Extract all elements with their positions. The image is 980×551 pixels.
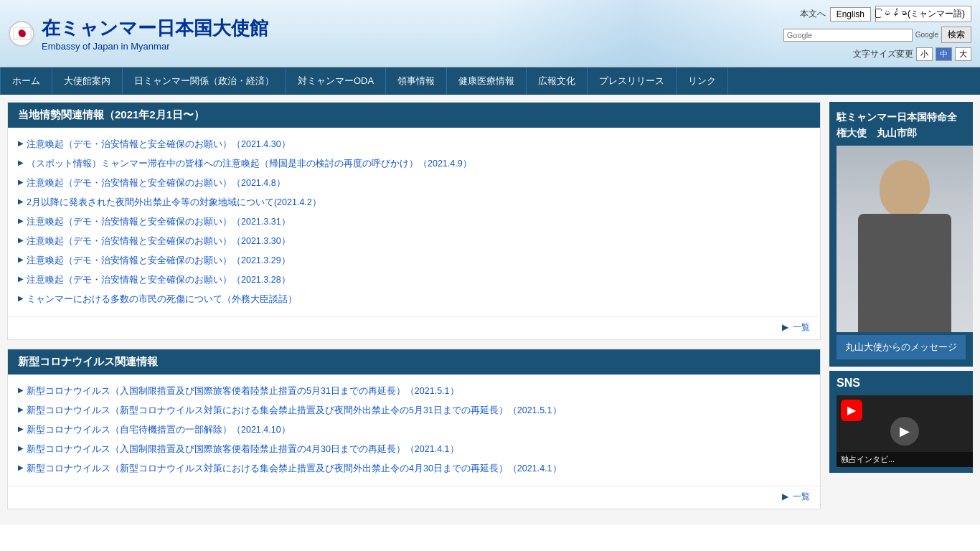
covid-title: 新型コロナウイルス関連情報 <box>18 355 158 367</box>
sns-video-label: 独占インタビ... <box>837 452 973 467</box>
sns-title: SNS <box>837 377 966 390</box>
local-link-6[interactable]: 注意喚起（デモ・治安情報と安全確保のお願い）（2021.3.29） <box>27 253 291 269</box>
main-navigation: ホーム大使館案内日ミャンマー関係（政治・経済）対ミャンマーODA領事情報健康医療… <box>0 67 980 95</box>
font-size-small-button[interactable]: 小 <box>916 47 933 61</box>
local-link-8[interactable]: ミャンマーにおける多数の市民の死傷について（外務大臣談話） <box>27 291 297 308</box>
local-ichiran-link[interactable]: ▶ 一覧 <box>782 322 810 332</box>
ambassador-message-link[interactable]: 丸山大使からのメッセージ <box>837 335 966 359</box>
ambassador-photo <box>837 146 973 332</box>
link-arrow-icon: ▶ <box>18 463 24 471</box>
content-left: 当地情勢関連情報（2021年2月1日〜） ▶注意喚起（デモ・治安情報と安全確保の… <box>7 102 821 518</box>
list-item: ▶ミャンマーにおける多数の市民の死傷について（外務大臣談話） <box>18 290 810 309</box>
ichiran-arrow-icon-2: ▶ <box>782 491 788 501</box>
japan-flag-icon: 🇯🇵 <box>9 21 34 47</box>
link-arrow-icon: ▶ <box>18 159 24 166</box>
list-item: ▶注意喚起（デモ・治安情報と安全確保のお願い）（2021.3.31） <box>18 212 810 232</box>
nav-item-1[interactable]: 大使館案内 <box>52 67 123 95</box>
font-size-label: 文字サイズ変更 <box>853 48 913 60</box>
font-size-large-button[interactable]: 大 <box>955 47 971 61</box>
list-item: ▶新型コロナウイルス（入国制限措置及び国際旅客便着陸禁止措置の4月30日までの再… <box>18 440 810 459</box>
link-arrow-icon: ▶ <box>18 386 24 394</box>
header: 🇯🇵 在ミャンマー日本国大使館 Embassy of Japan in Myan… <box>0 0 980 67</box>
myanmar-language-button[interactable]: မြန်မာ(ミャンマー語) <box>875 6 971 22</box>
local-link-2[interactable]: 注意喚起（デモ・治安情報と安全確保のお願い）（2021.4.8） <box>27 175 286 192</box>
search-bar: Google 検索 <box>783 27 971 43</box>
ambassador-box: 駐ミャンマー日本国特命全権大使 丸山市郎 丸山大使からのメッセージ <box>829 102 973 367</box>
list-item: ▶新型コロナウイルス（新型コロナウイルス対策における集会禁止措置及び夜間外出禁止… <box>18 401 810 420</box>
local-link-5[interactable]: 注意喚起（デモ・治安情報と安全確保のお願い）（2021.3.30） <box>27 233 291 250</box>
google-label: Google <box>915 31 938 39</box>
nav-item-4[interactable]: 領事情報 <box>386 67 447 95</box>
local-ichiran-line: ▶ 一覧 <box>8 316 820 339</box>
ambassador-photo-image <box>837 146 973 332</box>
main-content: 当地情勢関連情報（2021年2月1日〜） ▶注意喚起（デモ・治安情報と安全確保の… <box>0 95 980 525</box>
search-button[interactable]: 検索 <box>941 27 971 43</box>
covid-ichiran-link[interactable]: ▶ 一覧 <box>782 491 810 501</box>
local-situation-header: 当地情勢関連情報（2021年2月1日〜） <box>8 103 820 128</box>
nav-item-2[interactable]: 日ミャンマー関係（政治・経済） <box>123 67 286 95</box>
youtube-icon: ▶ <box>841 400 862 421</box>
sns-video-thumbnail[interactable]: ▶ ▶ 独占インタビ... <box>837 395 973 467</box>
list-item: ▶新型コロナウイルス（新型コロナウイルス対策における集会禁止措置及び夜間外出禁止… <box>18 459 810 479</box>
font-size-medium-button[interactable]: 中 <box>936 47 952 61</box>
local-situation-title: 当地情勢関連情報（2021年2月1日〜） <box>18 108 204 121</box>
content-right: 駐ミャンマー日本国特命全権大使 丸山市郎 丸山大使からのメッセージ SNS ▶ … <box>829 102 973 518</box>
link-arrow-icon: ▶ <box>18 139 24 147</box>
local-link-0[interactable]: 注意喚起（デモ・治安情報と安全確保のお願い）（2021.4.30） <box>27 136 291 153</box>
honbun-label: 本文へ <box>800 8 826 20</box>
local-situation-section: 当地情勢関連情報（2021年2月1日〜） ▶注意喚起（デモ・治安情報と安全確保の… <box>7 102 821 340</box>
local-link-1[interactable]: （スポット情報）ミャンマー滞在中の皆様への注意喚起（帰国是非の検討の再度の呼びか… <box>27 156 472 172</box>
list-item: ▶新型コロナウイルス（自宅待機措置の一部解除）（2021.4.10） <box>18 420 810 440</box>
link-arrow-icon: ▶ <box>18 197 24 205</box>
list-item: ▶注意喚起（デモ・治安情報と安全確保のお願い）（2021.3.29） <box>18 251 810 270</box>
list-item: ▶（スポット情報）ミャンマー滞在中の皆様への注意喚起（帰国是非の検討の再度の呼び… <box>18 154 810 174</box>
font-size-bar: 文字サイズ変更 小 中 大 <box>853 47 971 61</box>
play-button-icon: ▶ <box>890 417 919 446</box>
header-left: 🇯🇵 在ミャンマー日本国大使館 Embassy of Japan in Myan… <box>9 16 268 52</box>
site-title-japanese: 在ミャンマー日本国大使館 <box>42 16 268 41</box>
link-arrow-icon: ▶ <box>18 425 24 433</box>
list-item: ▶注意喚起（デモ・治安情報と安全確保のお願い）（2021.3.28） <box>18 270 810 290</box>
link-arrow-icon: ▶ <box>18 255 24 263</box>
covid-link-2[interactable]: 新型コロナウイルス（自宅待機措置の一部解除）（2021.4.10） <box>27 422 291 438</box>
ambassador-title: 駐ミャンマー日本国特命全権大使 丸山市郎 <box>837 109 966 141</box>
ichiran-arrow-icon: ▶ <box>782 322 788 332</box>
nav-item-7[interactable]: プレスリリース <box>588 67 677 95</box>
nav-item-3[interactable]: 対ミャンマーODA <box>286 67 386 95</box>
covid-link-4[interactable]: 新型コロナウイルス（新型コロナウイルス対策における集会禁止措置及び夜間外出禁止令… <box>27 461 562 477</box>
local-link-4[interactable]: 注意喚起（デモ・治安情報と安全確保のお願い）（2021.3.31） <box>27 214 291 230</box>
link-arrow-icon: ▶ <box>18 236 24 244</box>
link-arrow-icon: ▶ <box>18 178 24 186</box>
local-link-7[interactable]: 注意喚起（デモ・治安情報と安全確保のお願い）（2021.3.28） <box>27 272 291 288</box>
sns-box: SNS ▶ ▶ 独占インタビ... <box>829 371 973 473</box>
covid-links: ▶新型コロナウイルス（入国制限措置及び国際旅客便着陸禁止措置の5月31日までの再… <box>8 375 820 486</box>
covid-section: 新型コロナウイルス関連情報 ▶新型コロナウイルス（入国制限措置及び国際旅客便着陸… <box>7 349 821 509</box>
list-item: ▶2月以降に発表された夜間外出禁止令等の対象地域について(2021.4.2） <box>18 193 810 212</box>
nav-item-6[interactable]: 広報文化 <box>527 67 588 95</box>
language-bar: 本文へ English မြန်မာ(ミャンマー語) <box>800 6 971 22</box>
local-situation-links: ▶注意喚起（デモ・治安情報と安全確保のお願い）（2021.4.30）▶（スポット… <box>8 128 820 316</box>
link-arrow-icon: ▶ <box>18 217 24 225</box>
list-item: ▶新型コロナウイルス（入国制限措置及び国際旅客便着陸禁止措置の5月31日までの再… <box>18 382 810 401</box>
header-right: 本文へ English မြန်မာ(ミャンマー語) Google 検索 文字サ… <box>783 6 971 61</box>
nav-item-5[interactable]: 健康医療情報 <box>447 67 527 95</box>
list-item: ▶注意喚起（デモ・治安情報と安全確保のお願い）（2021.3.30） <box>18 232 810 251</box>
map-background <box>492 0 779 67</box>
nav-item-0[interactable]: ホーム <box>0 67 52 95</box>
link-arrow-icon: ▶ <box>18 294 24 302</box>
list-item: ▶注意喚起（デモ・治安情報と安全確保のお願い）（2021.4.8） <box>18 174 810 193</box>
list-item: ▶注意喚起（デモ・治安情報と安全確保のお願い）（2021.4.30） <box>18 135 810 154</box>
search-input[interactable] <box>783 29 913 42</box>
link-arrow-icon: ▶ <box>18 275 24 283</box>
link-arrow-icon: ▶ <box>18 444 24 452</box>
english-language-button[interactable]: English <box>830 7 871 22</box>
local-link-3[interactable]: 2月以降に発表された夜間外出禁止令等の対象地域について(2021.4.2） <box>27 194 321 211</box>
covid-header: 新型コロナウイルス関連情報 <box>8 349 820 375</box>
nav-item-8[interactable]: リンク <box>677 67 728 95</box>
covid-link-3[interactable]: 新型コロナウイルス（入国制限措置及び国際旅客便着陸禁止措置の4月30日までの再延… <box>27 441 459 458</box>
site-title: 在ミャンマー日本国大使館 Embassy of Japan in Myanmar <box>42 16 268 52</box>
covid-link-1[interactable]: 新型コロナウイルス（新型コロナウイルス対策における集会禁止措置及び夜間外出禁止令… <box>27 402 562 419</box>
covid-ichiran-line: ▶ 一覧 <box>8 486 820 509</box>
covid-link-0[interactable]: 新型コロナウイルス（入国制限措置及び国際旅客便着陸禁止措置の5月31日までの再延… <box>27 383 459 400</box>
link-arrow-icon: ▶ <box>18 405 24 413</box>
